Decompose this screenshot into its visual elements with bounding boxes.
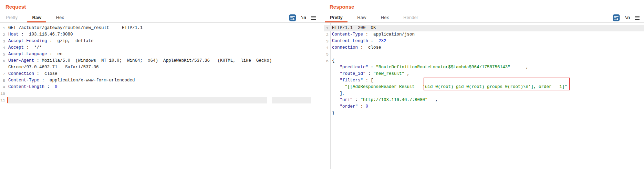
line-text: Host : 103.116.46.7:8080 [7,31,73,38]
code-line[interactable]: ], [324,90,644,97]
line-number: 5 [324,51,330,58]
code-token: Content-Length [332,39,368,43]
line-text: Content-Type : application/json [330,31,415,38]
show-newlines-toggle[interactable]: \n [624,15,630,20]
response-tab-pretty[interactable]: Pretty [330,13,343,22]
code-token: "order" [340,104,358,109]
line-number: 3 [0,38,7,44]
response-tab-raw[interactable]: Raw [357,13,366,22]
show-newlines-toggle[interactable]: \n [301,15,306,20]
code-line[interactable]: Chrome/97.0.4692.71 Safari/537.36 [0,64,324,71]
code-token: "filters" [340,78,363,83]
red-annotation-marked-text: uid=0(root) gid=0(root) groups=0(root)\n… [425,84,567,89]
code-token: , [510,65,529,70]
code-line[interactable]: 2Host : 103.116.46.7:8080 [0,31,324,38]
editor-menu-icon[interactable] [311,16,316,20]
line-text: User-Agent : Mozilla/5.0 (Windows NT 10.… [7,58,272,64]
code-token: : [368,39,378,43]
code-line[interactable]: 8Content-Type : application/x-www-form-u… [0,77,324,84]
code-line[interactable]: "predicate" : "RouteDefinitionRouteLocat… [324,64,644,71]
code-line[interactable]: 1GET /actuator/gateway/routes/new_result… [0,25,324,31]
code-token: : [368,65,376,70]
editor-menu-icon[interactable] [634,16,640,20]
request-editor[interactable]: 1GET /actuator/gateway/routes/new_result… [0,22,324,169]
code-token: 0 [366,104,368,109]
line-text [7,97,8,103]
line-text: Accept-Language : en [7,51,63,58]
code-token: "route_id" [340,71,366,76]
pretty-format-icon[interactable] [289,14,296,21]
code-token [332,104,340,109]
code-line[interactable]: 5Accept-Language : en [0,51,324,58]
code-line[interactable]: "[[AddResponseHeader Result = 'uid=0(roo… [324,84,644,90]
line-number: 2 [0,31,7,38]
code-line[interactable]: "uri" : "http://103.116.46.7:8080" , [324,97,644,103]
code-token: "new_result" [373,71,404,76]
code-token: : [353,98,361,102]
request-tab-pretty[interactable]: Pretty [6,13,18,22]
code-token: : 103.116.46.7:8080 [19,32,73,37]
line-text: "predicate" : "RouteDefinitionRouteLocat… [330,64,528,71]
line-text [7,90,8,97]
code-line[interactable]: 10 [0,90,324,97]
code-token: : gzip, deflate [47,39,94,43]
code-token: : [358,104,366,109]
line-number [324,103,330,110]
response-panel-title: Response [330,4,354,10]
code-token: Content-Type [8,78,39,83]
code-line[interactable]: 2Content-Type : application/json [324,31,644,38]
code-token: , [404,71,409,76]
code-token: connection [332,45,358,50]
code-token [332,98,340,102]
line-number: 7 [0,71,7,77]
code-token: Content-Length [8,84,44,89]
request-panel-title: Request [6,4,26,10]
request-tab-hex[interactable]: Hex [56,13,64,22]
code-line[interactable]: 6User-Agent : Mozilla/5.0 (Windows NT 10… [0,58,324,64]
code-line[interactable]: 4connection : close [324,44,644,51]
code-token: "RouteDefinitionRouteLocator$$Lambda$964… [376,65,510,70]
code-line[interactable]: "order" : 0 [324,103,644,110]
line-number: 2 [324,31,330,38]
response-tab-render[interactable]: Render [403,13,418,22]
request-panel: Request Pretty Raw Hex \n 1GET / [0,0,324,169]
code-line[interactable]: 3Content-Length : 232 [324,38,644,44]
request-tab-raw[interactable]: Raw [32,13,41,22]
code-line[interactable]: 11 [0,97,324,103]
code-line[interactable]: 1HTTP/1.1 200 OK [324,25,644,31]
line-text: } [330,110,335,117]
code-line[interactable]: 6{ [324,58,644,64]
response-panel: Response Pretty Raw Hex Render \n 1HTTP/… [324,0,644,169]
line-text: "uri" : "http://103.116.46.7:8080" , [330,97,438,103]
line-number [324,97,330,103]
code-token [332,65,340,70]
code-line[interactable]: "filters" : [ [324,77,644,84]
code-line[interactable]: 7Connection : close [0,71,324,77]
line-number [324,71,330,77]
pretty-format-icon[interactable] [613,14,620,21]
code-line[interactable]: "route_id" : "new_result" , [324,71,644,77]
line-text: Content-Type : application/x-www-form-ur… [7,77,135,84]
line-text: "route_id" : "new_result" , [330,71,409,77]
line-number: 4 [324,44,330,51]
line-number [324,90,330,97]
code-line[interactable]: 4Accept : */* [0,44,324,51]
code-line[interactable]: 5 [324,51,644,58]
response-tab-hex[interactable]: Hex [381,13,389,22]
line-number [324,77,330,84]
line-number: 3 [324,38,330,44]
line-number: 9 [0,84,7,90]
response-editor[interactable]: 1HTTP/1.1 200 OK2Content-Type : applicat… [324,22,644,169]
code-token: Connection [8,71,34,76]
line-text: Content-Length : 0 [7,84,58,90]
code-token: "predicate" [340,65,368,70]
code-token: : Mozilla/5.0 (Windows NT 10.0; Win64; x… [34,58,272,63]
code-token: ], [332,91,345,96]
code-line[interactable]: 3Accept-Encoding : gzip, deflate [0,38,324,44]
line-text: "filters" : [ [330,77,373,84]
code-line[interactable]: } [324,110,644,117]
code-token: 0 [55,84,58,89]
code-line[interactable]: 9Content-Length : 0 [0,84,324,90]
code-token: User-Agent [8,58,34,63]
code-token [332,71,340,76]
